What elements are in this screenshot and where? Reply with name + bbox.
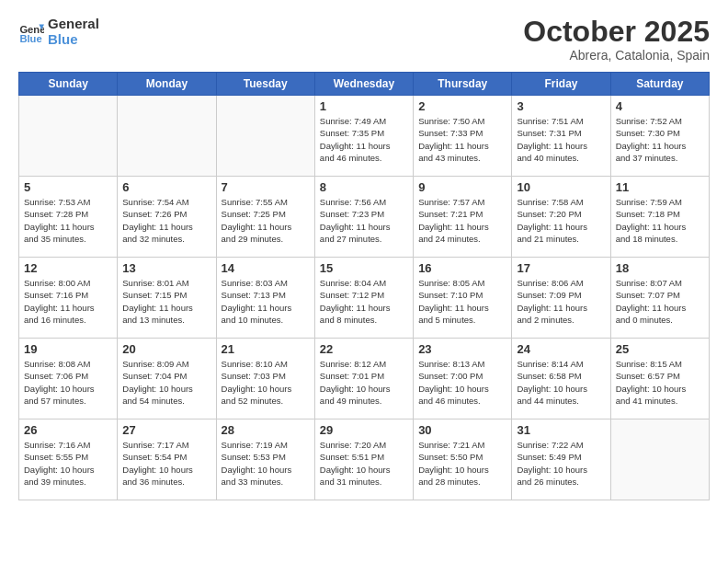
calendar-cell: 6Sunrise: 7:54 AM Sunset: 7:26 PM Daylig… xyxy=(118,177,216,258)
day-number: 20 xyxy=(122,342,210,356)
day-number: 5 xyxy=(24,180,112,194)
day-number: 3 xyxy=(517,99,605,113)
weekday-header-tuesday: Tuesday xyxy=(216,73,314,96)
cell-text: Sunrise: 8:09 AM Sunset: 7:04 PM Dayligh… xyxy=(122,358,210,407)
cell-text: Sunrise: 8:14 AM Sunset: 6:58 PM Dayligh… xyxy=(517,358,605,407)
weekday-header-monday: Monday xyxy=(118,73,216,96)
day-number: 15 xyxy=(320,261,408,275)
day-number: 14 xyxy=(222,261,310,275)
day-number: 25 xyxy=(616,342,704,356)
calendar-cell: 26Sunrise: 7:16 AM Sunset: 5:55 PM Dayli… xyxy=(19,419,118,500)
cell-text: Sunrise: 8:07 AM Sunset: 7:07 PM Dayligh… xyxy=(616,277,704,326)
cell-text: Sunrise: 7:21 AM Sunset: 5:50 PM Dayligh… xyxy=(418,439,506,488)
month-title: October 2025 xyxy=(523,17,710,46)
calendar-cell: 19Sunrise: 8:08 AM Sunset: 7:06 PM Dayli… xyxy=(19,339,118,419)
cell-text: Sunrise: 7:52 AM Sunset: 7:30 PM Dayligh… xyxy=(616,115,704,164)
weekday-header-saturday: Saturday xyxy=(610,73,709,96)
calendar-cell: 28Sunrise: 7:19 AM Sunset: 5:53 PM Dayli… xyxy=(216,419,314,500)
cell-text: Sunrise: 7:59 AM Sunset: 7:18 PM Dayligh… xyxy=(616,196,704,245)
cell-text: Sunrise: 7:17 AM Sunset: 5:54 PM Dayligh… xyxy=(122,439,210,488)
calendar-cell: 15Sunrise: 8:04 AM Sunset: 7:12 PM Dayli… xyxy=(314,258,413,339)
calendar-week-2: 12Sunrise: 8:00 AM Sunset: 7:16 PM Dayli… xyxy=(19,258,710,339)
calendar-cell: 18Sunrise: 8:07 AM Sunset: 7:07 PM Dayli… xyxy=(610,258,709,339)
day-number: 22 xyxy=(320,342,408,356)
weekday-header-row: SundayMondayTuesdayWednesdayThursdayFrid… xyxy=(19,73,710,96)
day-number: 31 xyxy=(517,423,605,437)
cell-text: Sunrise: 8:04 AM Sunset: 7:12 PM Dayligh… xyxy=(320,277,408,326)
calendar-cell: 5Sunrise: 7:53 AM Sunset: 7:28 PM Daylig… xyxy=(19,177,118,258)
calendar-cell: 7Sunrise: 7:55 AM Sunset: 7:25 PM Daylig… xyxy=(216,177,314,258)
cell-text: Sunrise: 7:54 AM Sunset: 7:26 PM Dayligh… xyxy=(122,196,210,245)
calendar-cell: 22Sunrise: 8:12 AM Sunset: 7:01 PM Dayli… xyxy=(314,339,413,419)
svg-text:Blue: Blue xyxy=(19,33,41,44)
day-number: 12 xyxy=(24,261,112,275)
day-number: 17 xyxy=(517,261,605,275)
cell-text: Sunrise: 8:13 AM Sunset: 7:00 PM Dayligh… xyxy=(418,358,506,407)
logo-line2: Blue xyxy=(48,32,99,48)
calendar-cell: 31Sunrise: 7:22 AM Sunset: 5:49 PM Dayli… xyxy=(512,419,610,500)
day-number: 24 xyxy=(517,342,605,356)
calendar-cell: 23Sunrise: 8:13 AM Sunset: 7:00 PM Dayli… xyxy=(414,339,512,419)
calendar-cell: 10Sunrise: 7:58 AM Sunset: 7:20 PM Dayli… xyxy=(512,177,610,258)
page: General Blue General Blue October 2025 A… xyxy=(0,0,728,563)
calendar-cell xyxy=(19,96,118,177)
day-number: 27 xyxy=(122,423,210,437)
cell-text: Sunrise: 7:57 AM Sunset: 7:21 PM Dayligh… xyxy=(418,196,506,245)
calendar-cell: 1Sunrise: 7:49 AM Sunset: 7:35 PM Daylig… xyxy=(314,96,413,177)
day-number: 13 xyxy=(122,261,210,275)
calendar-cell xyxy=(610,419,709,500)
day-number: 9 xyxy=(418,180,506,194)
calendar-cell: 2Sunrise: 7:50 AM Sunset: 7:33 PM Daylig… xyxy=(414,96,512,177)
calendar-cell: 20Sunrise: 8:09 AM Sunset: 7:04 PM Dayli… xyxy=(118,339,216,419)
day-number: 26 xyxy=(24,423,112,437)
cell-text: Sunrise: 7:55 AM Sunset: 7:25 PM Dayligh… xyxy=(222,196,310,245)
logo: General Blue General Blue xyxy=(18,17,99,47)
cell-text: Sunrise: 7:22 AM Sunset: 5:49 PM Dayligh… xyxy=(517,439,605,488)
cell-text: Sunrise: 8:06 AM Sunset: 7:09 PM Dayligh… xyxy=(517,277,605,326)
weekday-header-wednesday: Wednesday xyxy=(314,73,413,96)
day-number: 7 xyxy=(222,180,310,194)
cell-text: Sunrise: 7:19 AM Sunset: 5:53 PM Dayligh… xyxy=(222,439,310,488)
calendar-cell: 27Sunrise: 7:17 AM Sunset: 5:54 PM Dayli… xyxy=(118,419,216,500)
calendar-cell: 25Sunrise: 8:15 AM Sunset: 6:57 PM Dayli… xyxy=(610,339,709,419)
calendar-cell: 29Sunrise: 7:20 AM Sunset: 5:51 PM Dayli… xyxy=(314,419,413,500)
cell-text: Sunrise: 7:58 AM Sunset: 7:20 PM Dayligh… xyxy=(517,196,605,245)
day-number: 8 xyxy=(320,180,408,194)
cell-text: Sunrise: 7:16 AM Sunset: 5:55 PM Dayligh… xyxy=(24,439,112,488)
day-number: 6 xyxy=(122,180,210,194)
day-number: 28 xyxy=(222,423,310,437)
logo-line1: General xyxy=(48,17,99,32)
day-number: 30 xyxy=(418,423,506,437)
cell-text: Sunrise: 8:00 AM Sunset: 7:16 PM Dayligh… xyxy=(24,277,112,326)
day-number: 1 xyxy=(320,99,408,113)
cell-text: Sunrise: 7:50 AM Sunset: 7:33 PM Dayligh… xyxy=(418,115,506,164)
cell-text: Sunrise: 7:56 AM Sunset: 7:23 PM Dayligh… xyxy=(320,196,408,245)
day-number: 18 xyxy=(616,261,704,275)
day-number: 16 xyxy=(418,261,506,275)
header: General Blue General Blue October 2025 A… xyxy=(18,17,710,63)
day-number: 21 xyxy=(222,342,310,356)
calendar-cell: 3Sunrise: 7:51 AM Sunset: 7:31 PM Daylig… xyxy=(512,96,610,177)
calendar-cell: 14Sunrise: 8:03 AM Sunset: 7:13 PM Dayli… xyxy=(216,258,314,339)
cell-text: Sunrise: 8:01 AM Sunset: 7:15 PM Dayligh… xyxy=(122,277,210,326)
calendar-week-0: 1Sunrise: 7:49 AM Sunset: 7:35 PM Daylig… xyxy=(19,96,710,177)
cell-text: Sunrise: 8:10 AM Sunset: 7:03 PM Dayligh… xyxy=(222,358,310,407)
calendar-cell: 11Sunrise: 7:59 AM Sunset: 7:18 PM Dayli… xyxy=(610,177,709,258)
cell-text: Sunrise: 7:49 AM Sunset: 7:35 PM Dayligh… xyxy=(320,115,408,164)
day-number: 23 xyxy=(418,342,506,356)
cell-text: Sunrise: 7:20 AM Sunset: 5:51 PM Dayligh… xyxy=(320,439,408,488)
calendar-cell: 12Sunrise: 8:00 AM Sunset: 7:16 PM Dayli… xyxy=(19,258,118,339)
calendar-cell: 24Sunrise: 8:14 AM Sunset: 6:58 PM Dayli… xyxy=(512,339,610,419)
day-number: 4 xyxy=(616,99,704,113)
calendar-cell: 8Sunrise: 7:56 AM Sunset: 7:23 PM Daylig… xyxy=(314,177,413,258)
cell-text: Sunrise: 7:51 AM Sunset: 7:31 PM Dayligh… xyxy=(517,115,605,164)
title-block: October 2025 Abrera, Catalonia, Spain xyxy=(523,17,710,63)
cell-text: Sunrise: 8:03 AM Sunset: 7:13 PM Dayligh… xyxy=(222,277,310,326)
day-number: 2 xyxy=(418,99,506,113)
calendar-cell xyxy=(216,96,314,177)
calendar-cell: 17Sunrise: 8:06 AM Sunset: 7:09 PM Dayli… xyxy=(512,258,610,339)
day-number: 11 xyxy=(616,180,704,194)
calendar-week-1: 5Sunrise: 7:53 AM Sunset: 7:28 PM Daylig… xyxy=(19,177,710,258)
weekday-header-thursday: Thursday xyxy=(414,73,512,96)
day-number: 10 xyxy=(517,180,605,194)
